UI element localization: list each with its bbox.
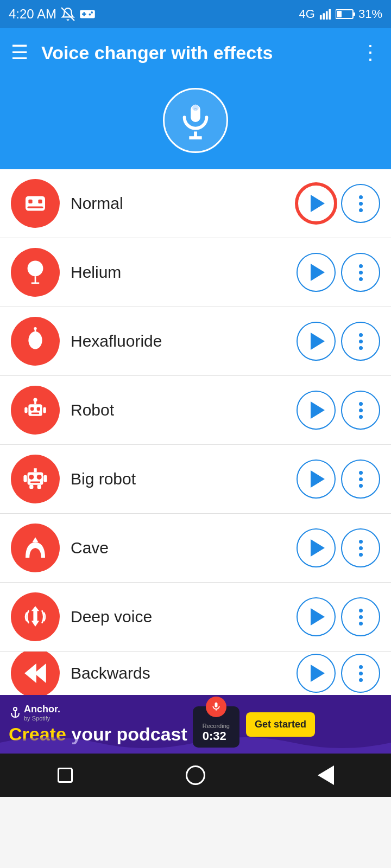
svg-rect-25 [31, 413, 39, 414]
backwards-more-button[interactable] [341, 654, 380, 693]
dots-icon [359, 665, 363, 682]
big-robot-icon-wrap [11, 455, 60, 503]
cave-icon [21, 533, 50, 563]
play-icon [311, 333, 325, 350]
robot-more-button[interactable] [341, 391, 380, 430]
svg-point-16 [28, 260, 43, 276]
play-icon [311, 401, 325, 419]
helium-actions [297, 253, 380, 292]
nav-home-button[interactable] [179, 759, 212, 792]
microphone-icon [176, 101, 215, 139]
ad-mic-button[interactable] [206, 697, 226, 717]
dots-icon [359, 471, 363, 488]
svg-rect-14 [38, 200, 42, 203]
effect-item-backwards: Backwards [0, 652, 391, 695]
hexafluoride-name: Hexafluoride [71, 332, 297, 350]
svg-point-11 [192, 105, 199, 111]
svg-rect-24 [37, 407, 40, 411]
robot-icon [21, 395, 50, 425]
dots-icon [359, 402, 363, 419]
helium-icon [21, 258, 50, 287]
svg-point-21 [34, 327, 36, 330]
svg-rect-6 [353, 12, 355, 16]
time-display: 4:20 AM [9, 7, 56, 22]
svg-rect-13 [28, 200, 32, 203]
normal-play-button[interactable] [297, 184, 336, 223]
deep-voice-more-button[interactable] [341, 597, 380, 636]
deep-voice-play-button[interactable] [297, 597, 336, 636]
anchor-icon [9, 706, 22, 719]
hexafluoride-icon-wrap [11, 317, 60, 366]
svg-rect-12 [26, 196, 45, 211]
play-icon [311, 195, 325, 212]
effect-item-deep-voice: Deep voice [0, 583, 391, 652]
svg-rect-28 [24, 407, 27, 413]
recording-label: Recording [203, 723, 230, 729]
svg-rect-2 [323, 13, 325, 20]
dots-icon [359, 609, 363, 626]
hexafluoride-more-button[interactable] [341, 322, 380, 361]
effect-item-cave: Cave [0, 514, 391, 583]
robot-icon-wrap [11, 386, 60, 435]
cave-icon-wrap [11, 524, 60, 572]
robot-name: Robot [71, 401, 297, 419]
svg-rect-33 [30, 482, 40, 483]
nav-recents-button[interactable] [49, 759, 81, 792]
nav-back-button[interactable] [310, 759, 342, 792]
battery-display: 31% [358, 7, 382, 21]
svg-point-19 [28, 331, 42, 349]
home-icon [186, 765, 205, 785]
more-options-icon[interactable]: ⋮ [361, 41, 380, 64]
svg-rect-15 [28, 206, 43, 208]
normal-icon-wrap [11, 179, 60, 228]
svg-point-27 [33, 398, 37, 402]
status-right: 4G 31% [299, 7, 382, 21]
hamburger-icon[interactable]: ☰ [11, 41, 28, 64]
bell-slash-icon [61, 7, 75, 21]
svg-rect-38 [37, 485, 41, 489]
backwards-icon-wrap [11, 652, 60, 695]
cave-play-button[interactable] [297, 528, 336, 567]
play-icon [311, 608, 325, 626]
svg-line-0 [61, 8, 74, 21]
hexafluoride-play-button[interactable] [297, 322, 336, 361]
backwards-actions [297, 654, 380, 693]
helium-name: Helium [71, 263, 297, 282]
dots-icon [359, 540, 363, 557]
normal-more-button[interactable] [341, 184, 380, 223]
big-robot-play-button[interactable] [297, 459, 336, 499]
svg-rect-44 [215, 703, 217, 707]
svg-point-42 [14, 707, 17, 711]
play-icon [311, 539, 325, 557]
effects-list: Normal Helium [0, 169, 391, 695]
effect-item-helium: Helium [0, 238, 391, 307]
mic-circle[interactable] [163, 88, 228, 153]
big-robot-icon [21, 464, 50, 494]
signal-icon [318, 8, 332, 20]
svg-rect-4 [329, 9, 331, 20]
robot-play-button[interactable] [297, 391, 336, 430]
dots-icon [359, 264, 363, 281]
svg-rect-7 [337, 11, 342, 17]
big-robot-actions [297, 459, 380, 499]
helium-more-button[interactable] [341, 253, 380, 292]
cave-more-button[interactable] [341, 528, 380, 567]
backwards-play-button[interactable] [297, 654, 336, 693]
play-icon [311, 264, 325, 281]
ad-banner[interactable]: Anchor. by Spotify Create your podcast R… [0, 695, 391, 754]
svg-rect-36 [43, 475, 47, 482]
dots-icon [359, 333, 363, 350]
svg-rect-35 [23, 475, 27, 482]
ad-mic-icon [211, 701, 222, 712]
deep-voice-icon-wrap [11, 592, 60, 641]
gamepad-icon [79, 6, 96, 22]
hexafluoride-icon [21, 327, 50, 356]
deep-voice-actions [297, 597, 380, 636]
app-title: Voice changer with effects [41, 42, 361, 63]
helium-play-button[interactable] [297, 253, 336, 292]
app-bar: ☰ Voice changer with effects ⋮ [0, 28, 391, 77]
anchor-sub: by Spotify [24, 715, 60, 722]
effect-item-big-robot: Big robot [0, 445, 391, 514]
effect-item-robot: Robot [0, 376, 391, 445]
big-robot-more-button[interactable] [341, 459, 380, 499]
